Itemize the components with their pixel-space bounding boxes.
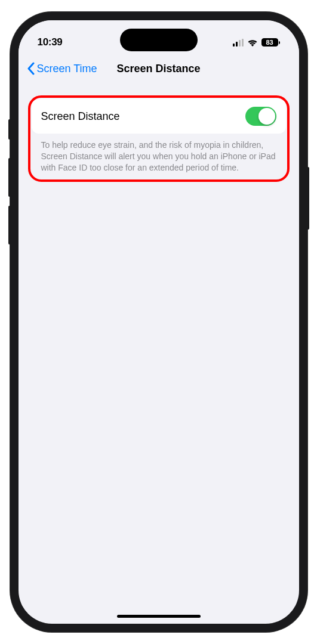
screen-distance-description: To help reduce eye strain, and the risk …: [32, 134, 286, 176]
dynamic-island: [120, 29, 198, 51]
page-title: Screen Distance: [116, 63, 200, 75]
screen-distance-row: Screen Distance: [32, 99, 286, 134]
annotation-highlight: Screen Distance To help reduce eye strai…: [28, 95, 290, 182]
toggle-knob: [258, 108, 275, 125]
volume-up-button: [8, 158, 11, 197]
back-label: Screen Time: [37, 63, 97, 75]
content-area: Screen Distance To help reduce eye strai…: [19, 83, 299, 194]
phone-screen: 10:39 83: [19, 20, 299, 624]
battery-percentage: 83: [266, 39, 273, 46]
home-indicator[interactable]: [117, 615, 201, 618]
phone-frame: 10:39 83: [10, 12, 307, 632]
screen-distance-toggle[interactable]: [245, 107, 276, 126]
chevron-left-icon: [27, 62, 35, 75]
battery-icon: 83: [261, 38, 280, 47]
status-time: 10:39: [38, 36, 63, 48]
back-button[interactable]: Screen Time: [27, 62, 97, 75]
screen-distance-label: Screen Distance: [41, 110, 120, 123]
silence-switch: [8, 119, 11, 140]
status-icons: 83: [233, 38, 280, 47]
cellular-signal-icon: [233, 39, 244, 47]
wifi-icon: [247, 39, 258, 47]
power-button: [307, 167, 309, 230]
navigation-bar: Screen Time Screen Distance: [19, 54, 299, 83]
volume-down-button: [8, 206, 11, 244]
